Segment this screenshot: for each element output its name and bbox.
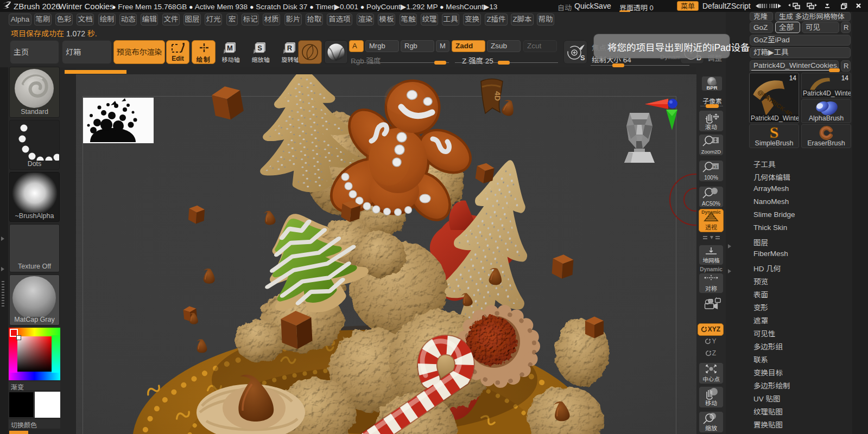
svg-text:R: R bbox=[287, 44, 293, 52]
svg-text:4D: 4D bbox=[493, 91, 502, 101]
svg-text:Dynamic: Dynamic bbox=[701, 209, 721, 215]
svg-text:S: S bbox=[770, 125, 779, 140]
svg-text:S: S bbox=[580, 54, 585, 62]
svg-text:x1: x1 bbox=[713, 164, 718, 169]
svg-text:S: S bbox=[257, 44, 262, 52]
svg-text:M: M bbox=[227, 44, 233, 52]
svg-text:BPR: BPR bbox=[706, 85, 717, 91]
